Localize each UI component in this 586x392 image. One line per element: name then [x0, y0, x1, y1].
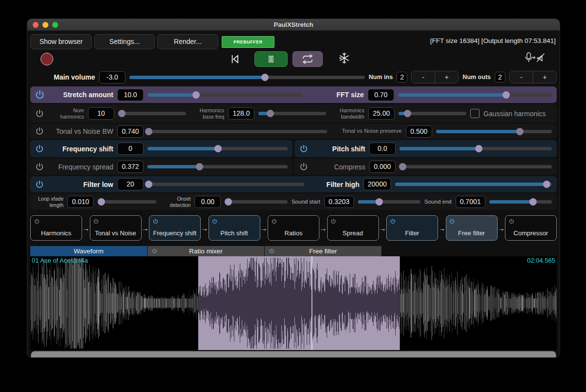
- fft-size-value[interactable]: 0.70: [368, 89, 394, 101]
- tonal-bw-value[interactable]: 0.740: [117, 125, 144, 138]
- tab-label: Ratio mixer: [189, 248, 222, 255]
- stretch-power-icon[interactable]: [33, 88, 46, 101]
- num-harmonics-slider[interactable]: [118, 109, 186, 118]
- app-window: PaulXStretch Show browser Settings... Re…: [27, 19, 560, 358]
- frequency-spread-slider[interactable]: [147, 163, 288, 171]
- pause-button[interactable]: [254, 51, 288, 67]
- sound-end-value[interactable]: 0.7001: [456, 196, 485, 208]
- num-harmonics-value[interactable]: 10: [88, 107, 114, 120]
- module-power-icon[interactable]: [507, 217, 516, 226]
- frequency-shift-power-icon[interactable]: [33, 143, 46, 155]
- waveform-display[interactable]: 01 Ace of Aces.m4a 02:04.565: [30, 256, 557, 350]
- module-box-spread[interactable]: Spread: [327, 215, 379, 241]
- module-power-icon[interactable]: [388, 217, 397, 226]
- pause-icon: [266, 54, 276, 64]
- module-power-icon[interactable]: [92, 217, 101, 226]
- tab-ratio-mixer[interactable]: Ratio mixer: [147, 246, 264, 256]
- filter-low-slider[interactable]: [147, 180, 304, 189]
- frequency-spread-power-icon[interactable]: [33, 161, 46, 173]
- freeze-button[interactable]: [339, 52, 351, 65]
- num-outs-value[interactable]: 2: [495, 72, 505, 83]
- num-ins-stepper: - +: [411, 71, 459, 83]
- filter-low-label: Filter low: [50, 181, 113, 188]
- module-box-filter[interactable]: Filter: [386, 215, 438, 241]
- module-power-icon[interactable]: [210, 217, 219, 226]
- harmonics-bandwidth-slider[interactable]: [398, 109, 466, 118]
- pitch-shift-value[interactable]: 0.0: [369, 143, 396, 155]
- tonal-preserve-slider[interactable]: [436, 127, 552, 136]
- filter-high-slider[interactable]: [395, 180, 552, 189]
- compress-value[interactable]: 0.000: [369, 161, 396, 173]
- waveform-scrollbar[interactable]: [30, 351, 557, 358]
- module-power-icon[interactable]: [151, 217, 160, 226]
- num-outs-plus-button[interactable]: +: [533, 71, 556, 83]
- module-box-pitch-shift[interactable]: Pitch shift: [209, 215, 260, 241]
- module-box-ratios[interactable]: Ratios: [268, 215, 319, 241]
- module-box-tonal-vs-noise[interactable]: Tonal vs Noise: [90, 215, 142, 241]
- loop-button[interactable]: [293, 51, 323, 67]
- prebuffer-button[interactable]: PREBUFFER: [222, 36, 274, 48]
- tonal-bw-slider[interactable]: [147, 127, 327, 136]
- file-duration: 02:04.565: [527, 257, 555, 264]
- waveform-canvas[interactable]: [30, 256, 557, 350]
- module-power-icon[interactable]: [448, 217, 457, 226]
- harmonics-power-icon[interactable]: [33, 107, 46, 120]
- stretch-slider[interactable]: [147, 90, 301, 99]
- main-volume-value[interactable]: -3.0: [99, 71, 126, 83]
- frequency-shift-value[interactable]: 0: [117, 143, 144, 155]
- settings-button[interactable]: Settings...: [94, 34, 155, 49]
- record-button[interactable]: [41, 53, 53, 65]
- num-ins-plus-button[interactable]: +: [435, 71, 458, 83]
- filter-power-icon[interactable]: [33, 178, 46, 191]
- input-monitor-button[interactable]: [523, 52, 547, 65]
- show-browser-button[interactable]: Show browser: [30, 34, 92, 49]
- render-button[interactable]: Render...: [157, 34, 218, 49]
- compress-power-icon[interactable]: [297, 161, 310, 173]
- harmonics-base-freq-slider[interactable]: [258, 109, 326, 118]
- filter-high-value[interactable]: 20000: [363, 178, 391, 190]
- module-power-icon[interactable]: [270, 217, 278, 226]
- filter-row: Filter low 20 Filter high 20000: [30, 176, 557, 192]
- main-volume-slider[interactable]: [129, 73, 365, 82]
- onset-detection-value[interactable]: 0.00: [194, 196, 221, 208]
- module-power-icon[interactable]: [32, 217, 41, 226]
- tonal-preserve-value[interactable]: 0.500: [406, 125, 432, 138]
- sound-end-slider[interactable]: [489, 198, 552, 206]
- frequency-spread-value[interactable]: 0.372: [117, 161, 144, 173]
- stretch-value[interactable]: 10.0: [117, 89, 144, 101]
- sound-start-value[interactable]: 0.3203: [324, 196, 354, 208]
- fft-size-label: FFT size: [305, 91, 364, 99]
- module-box-frequency-shift[interactable]: Frequency shift: [149, 215, 201, 241]
- num-ins-minus-button[interactable]: -: [412, 71, 435, 83]
- chain-arrow-icon: →: [82, 224, 90, 232]
- module-box-compressor[interactable]: Compressor: [505, 215, 557, 241]
- frequency-shift-slider[interactable]: [147, 144, 288, 153]
- compress-slider[interactable]: [399, 163, 552, 171]
- module-box-harmonics[interactable]: Harmonics: [30, 215, 82, 241]
- harmonics-bandwidth-value[interactable]: 25.00: [368, 107, 395, 120]
- module-box-free-filter[interactable]: Free filter: [446, 215, 498, 241]
- loop-xfade-slider[interactable]: [98, 198, 156, 206]
- onset-detection-slider[interactable]: [225, 198, 287, 206]
- tab-power-icon[interactable]: [268, 247, 276, 255]
- tonal-row: Tonal vs Noise BW 0.740 Tonal vs Noise p…: [30, 124, 557, 139]
- module-power-icon[interactable]: [329, 217, 338, 226]
- tab-free-filter[interactable]: Free filter: [265, 246, 381, 256]
- num-outs-minus-button[interactable]: -: [510, 71, 533, 83]
- compress-panel: Compress 0.000: [294, 159, 557, 175]
- gaussian-harmonics-checkbox[interactable]: [470, 109, 480, 118]
- num-ins-value[interactable]: 2: [397, 72, 407, 83]
- filter-low-value[interactable]: 20: [117, 178, 144, 190]
- sound-start-slider[interactable]: [358, 198, 420, 206]
- pitch-shift-slider[interactable]: [399, 144, 552, 153]
- pitch-shift-power-icon[interactable]: [297, 143, 310, 155]
- tab-waveform[interactable]: Waveform: [30, 246, 147, 256]
- fft-size-slider[interactable]: [398, 90, 552, 99]
- harmonics-base-freq-value[interactable]: 128.0: [228, 107, 254, 120]
- loop-xfade-value[interactable]: 0.010: [67, 196, 94, 208]
- tonal-power-icon[interactable]: [33, 125, 46, 138]
- tab-power-icon[interactable]: [150, 247, 159, 255]
- scrollbar-thumb[interactable]: [31, 351, 556, 358]
- skip-to-start-button[interactable]: [229, 53, 241, 65]
- num-outs-stepper: - +: [509, 71, 557, 83]
